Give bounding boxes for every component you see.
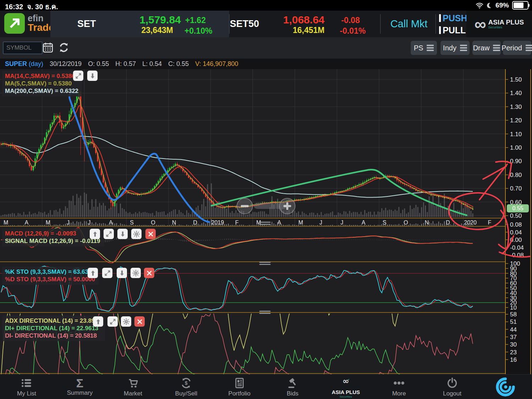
sto-close-button[interactable]	[144, 268, 154, 278]
zoom-in-button[interactable]	[279, 198, 295, 214]
buy-sell-icon: $	[180, 377, 192, 389]
nav-more[interactable]: More	[372, 375, 426, 399]
adx-legend-line: ADX DIRECTIONAL (14) = 23.8963	[5, 317, 101, 325]
menu-icon	[493, 45, 500, 51]
adx-settings-button[interactable]	[121, 316, 131, 327]
period-label: (day)	[29, 60, 43, 67]
adx-move-up-button[interactable]	[93, 316, 103, 327]
symbol-label: SUPER	[5, 60, 27, 67]
portfolio-icon	[233, 377, 245, 389]
svg-text:O: O	[151, 220, 155, 226]
set50-value: 1,068.64	[273, 14, 325, 26]
nav-asia-plus[interactable]: ∞ ASIA PLUSSecurities	[319, 375, 372, 399]
signal-legend-line: SIGNAL MACD (12,26,9) = -0.0119	[5, 237, 100, 245]
macd-expand-button[interactable]	[104, 229, 114, 239]
set50-change: -0.08	[341, 16, 360, 25]
price-panel-move-down-button[interactable]	[87, 71, 98, 81]
wifi-icon	[475, 2, 484, 9]
nav-bids[interactable]: Bids	[266, 375, 319, 399]
set50-name: SET50	[230, 18, 259, 29]
svg-text:J: J	[340, 220, 343, 226]
nav-buy-sell[interactable]: $ Buy/Sell	[160, 375, 213, 399]
quote-high: H: 0.57	[115, 60, 136, 68]
symbol-input[interactable]	[3, 41, 43, 54]
menu-icon	[526, 45, 532, 51]
macd-close-button[interactable]	[145, 229, 156, 239]
quote-info-line: SUPER (day) 30/12/2019 O: 0.55 H: 0.57 L…	[0, 59, 532, 69]
nav-market[interactable]: Market	[106, 375, 160, 399]
sto-move-up-button[interactable]	[88, 268, 98, 278]
price-panel-resize-grip[interactable]	[259, 221, 271, 225]
swirl-assistant-icon	[495, 377, 515, 397]
set-change-pct: +0.10%	[184, 26, 212, 36]
pull-toggle[interactable]: PULL	[439, 24, 467, 36]
push-toggle[interactable]: PUSH	[439, 12, 467, 24]
power-icon	[446, 377, 458, 389]
menu-icon	[427, 45, 434, 51]
adx-close-button[interactable]	[134, 316, 145, 327]
nav-my-list[interactable]: My List	[0, 375, 53, 399]
svg-text:D: D	[193, 220, 197, 226]
quote-open: O: 0.55	[88, 60, 109, 68]
more-dots-icon	[393, 377, 405, 389]
calendar-icon[interactable]	[42, 41, 54, 54]
set-volume: 23,643M	[131, 26, 173, 35]
quote-volume: V: 146,907,800	[195, 60, 238, 68]
svg-text:F: F	[488, 220, 492, 226]
set50-volume: 16,451M	[273, 26, 325, 35]
macd-move-down-button[interactable]	[117, 229, 128, 239]
svg-text:M: M	[298, 220, 303, 226]
ma14-legend-line: MA(14,C,SMAV) = 0.5386	[5, 72, 78, 80]
list-icon	[21, 377, 33, 389]
di-plus-legend-line: DI+ DIRECTIONAL (14) = 22.9613	[5, 325, 101, 332]
macd-settings-button[interactable]	[131, 229, 142, 239]
sto-expand-button[interactable]	[102, 268, 112, 278]
indy-button[interactable]: Indy	[440, 41, 470, 55]
refresh-icon[interactable]	[58, 41, 70, 54]
quote-date: 30/12/2019	[50, 60, 82, 68]
set-index-panel[interactable]: SET 1,579.84 23,643M +1.62 +0.10%	[50, 11, 229, 37]
set-change: +1.62	[185, 16, 206, 25]
sigma-icon: Σ	[76, 378, 83, 388]
zoom-out-button[interactable]	[237, 198, 253, 214]
svg-text:M: M	[4, 220, 8, 226]
ma200-legend-line: MA(200,C,SMAV) = 0.6322	[5, 87, 78, 95]
set-value: 1,579.84	[131, 14, 181, 26]
nav-portfolio[interactable]: Portfolio	[213, 375, 266, 399]
sto-settings-button[interactable]	[131, 268, 141, 278]
svg-text:J: J	[320, 220, 322, 226]
sto-k-legend-line: %K STO (9,3,3,SMAV) = 63.6364	[5, 268, 95, 276]
svg-text:S: S	[130, 220, 134, 226]
do-not-disturb-moon-icon	[486, 2, 493, 9]
chart-area[interactable]: MAMJJASOND2019FMAMJJASOND2020F 1.501.401…	[0, 69, 532, 374]
asia-plus-infinity-icon: ∞	[340, 376, 352, 388]
period-button[interactable]: Period	[503, 41, 531, 55]
adx-legend: ADX DIRECTIONAL (14) = 23.8963 DI+ DIREC…	[2, 316, 105, 341]
macd-move-up-button[interactable]	[90, 229, 100, 239]
svg-text:A: A	[24, 220, 28, 226]
svg-text:$: $	[185, 380, 188, 386]
asia-plus-logo: ∞ ASIA PLUSSecurities	[466, 11, 532, 37]
price-panel-expand-button[interactable]	[73, 71, 83, 81]
adx-expand-button[interactable]	[107, 316, 118, 327]
nav-summary[interactable]: Σ Summary	[53, 375, 106, 399]
sto-panel-resize-grip[interactable]	[259, 310, 271, 314]
draw-button[interactable]: Draw	[472, 41, 501, 55]
bottom-navigation: My List Σ Summary Market $ Buy/Sell Port…	[0, 374, 532, 399]
sto-d-legend-line: %D STO (9,3,3,SMAV) = 50.0000	[5, 276, 95, 283]
nav-assistant[interactable]	[479, 375, 532, 399]
battery-percent: 69%	[495, 1, 509, 9]
svg-text:∞: ∞	[343, 377, 349, 386]
app-header: efin Trade+ SET 1,579.84 23,643M +1.62 +…	[0, 11, 532, 37]
sto-legend: %K STO (9,3,3,SMAV) = 63.6364 %D STO (9,…	[2, 267, 99, 285]
infinity-icon: ∞	[475, 17, 486, 31]
macd-panel-resize-grip[interactable]	[259, 261, 271, 265]
ps-button[interactable]: PS	[411, 41, 437, 55]
quote-low: L: 0.54	[142, 60, 162, 68]
set50-change-pct: -0.01%	[340, 26, 366, 36]
svg-text:2020: 2020	[464, 220, 477, 226]
sto-move-down-button[interactable]	[117, 268, 127, 278]
nav-logout[interactable]: Logout	[426, 375, 479, 399]
call-market-button[interactable]: Call Mkt	[382, 11, 436, 37]
cart-icon	[127, 377, 139, 389]
